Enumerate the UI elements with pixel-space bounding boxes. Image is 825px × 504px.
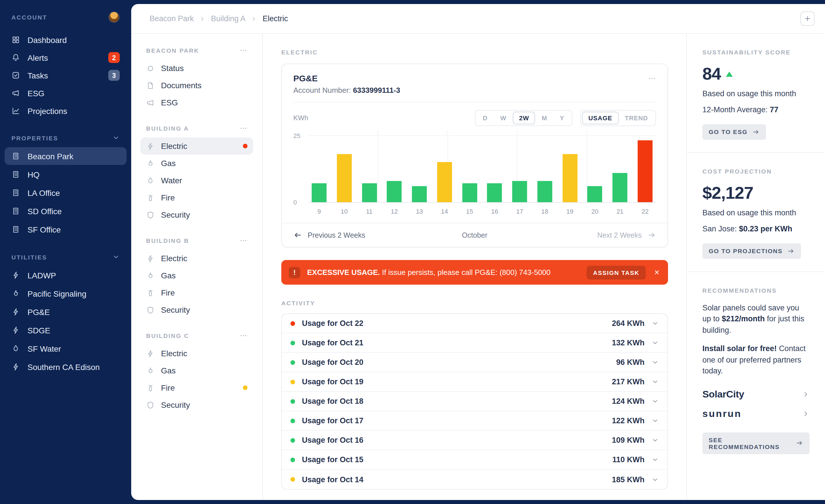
chevron-down-icon[interactable]: [652, 417, 659, 424]
utility-sf-water[interactable]: SF Water: [5, 340, 127, 357]
bar-oct-18[interactable]: [537, 135, 552, 202]
activity-row-usage-for-oct-16[interactable]: Usage for Oct 16109 KWh: [282, 431, 667, 450]
bar-oct-21[interactable]: [612, 135, 627, 202]
bar-oct-22[interactable]: [638, 135, 653, 202]
shield-icon: [146, 401, 155, 409]
utility-pacific-signaling[interactable]: Pacific Signaling: [5, 285, 127, 303]
activity-row-usage-for-oct-14[interactable]: Usage for Oct 14185 KWh: [282, 470, 667, 489]
chevron-down-icon[interactable]: [652, 476, 659, 483]
activity-row-usage-for-oct-21[interactable]: Usage for Oct 21132 KWh: [282, 333, 667, 353]
tree-item-building-a-fire[interactable]: Fire: [140, 189, 253, 206]
previous-period-button[interactable]: Previous 2 Weeks: [293, 231, 462, 239]
tree-item-building-b-electric[interactable]: Electric: [140, 250, 253, 267]
nav-item-projections[interactable]: Projections: [0, 102, 131, 120]
close-icon[interactable]: [653, 269, 661, 276]
breadcrumb-item-beacon-park[interactable]: Beacon Park: [150, 14, 194, 23]
range-m[interactable]: M: [535, 112, 553, 124]
chevron-down-icon[interactable]: [652, 339, 659, 346]
tree-item-beacon-park-documents[interactable]: Documents: [140, 77, 253, 94]
property-sd-office[interactable]: SD Office: [5, 202, 127, 220]
go-to-projections-button[interactable]: GO TO PROJECTIONS: [702, 243, 801, 259]
activity-row-usage-for-oct-20[interactable]: Usage for Oct 2096 KWh: [282, 353, 667, 372]
activity-row-usage-for-oct-22[interactable]: Usage for Oct 22264 KWh: [282, 314, 667, 333]
tree-item-building-b-fire[interactable]: Fire: [140, 284, 253, 301]
utilities-section-header[interactable]: UTILITIES: [0, 253, 131, 261]
section-menu-icon[interactable]: [239, 332, 247, 340]
chevron-down-icon[interactable]: [652, 358, 659, 366]
chevron-down-icon[interactable]: [652, 398, 659, 405]
assign-task-button[interactable]: ASSIGN TASK: [587, 265, 646, 279]
bar-oct-17[interactable]: [512, 135, 527, 202]
nav-item-alerts[interactable]: Alerts2: [0, 49, 131, 67]
mode-trend[interactable]: TREND: [618, 112, 654, 124]
tree-item-building-c-electric[interactable]: Electric: [140, 345, 253, 362]
tree-item-building-a-water[interactable]: Water: [140, 172, 253, 189]
property-la-office[interactable]: LA Office: [5, 184, 127, 201]
bar-oct-9[interactable]: [312, 135, 326, 202]
activity-row-usage-for-oct-17[interactable]: Usage for Oct 17122 KWh: [282, 411, 667, 431]
tree-item-building-a-gas[interactable]: Gas: [140, 155, 253, 172]
range-d[interactable]: D: [476, 112, 494, 124]
bar-oct-11[interactable]: [362, 135, 377, 202]
chevron-down-icon[interactable]: [652, 456, 659, 463]
tree-item-building-a-security[interactable]: Security: [140, 206, 253, 223]
nav-item-dashboard[interactable]: Dashboard: [0, 31, 131, 49]
partner-sunrun[interactable]: sunrun: [702, 404, 810, 424]
properties-section-header[interactable]: PROPERTIES: [0, 134, 131, 142]
utility-pg-e[interactable]: PG&E: [5, 303, 127, 321]
tree-item-building-b-gas[interactable]: Gas: [140, 267, 253, 284]
chevron-down-icon[interactable]: [652, 436, 659, 444]
chevron-down-icon[interactable]: [652, 378, 659, 386]
section-menu-icon[interactable]: [239, 47, 247, 55]
tree-item-building-b-security[interactable]: Security: [140, 301, 253, 319]
breadcrumb-item-building-a[interactable]: Building A: [211, 14, 245, 23]
chevron-down-icon[interactable]: [652, 320, 659, 327]
bar-oct-14[interactable]: [437, 135, 452, 202]
section-menu-icon[interactable]: [239, 237, 247, 245]
bar-oct-12[interactable]: [387, 135, 402, 202]
bar-oct-13[interactable]: [412, 135, 427, 202]
mode-usage[interactable]: USAGE: [582, 112, 618, 124]
utility-ladwp[interactable]: LADWP: [5, 266, 127, 284]
bar-oct-19[interactable]: [562, 135, 577, 202]
utility-sdge[interactable]: SDGE: [5, 321, 127, 339]
nav-item-tasks[interactable]: Tasks3: [0, 67, 131, 84]
tree-item-beacon-park-status[interactable]: Status: [140, 60, 253, 77]
property-sf-office[interactable]: SF Office: [5, 221, 127, 238]
add-button[interactable]: [800, 11, 815, 26]
tree-item-building-c-fire[interactable]: Fire: [140, 379, 253, 396]
next-period-button[interactable]: Next 2 Weeks: [487, 231, 656, 239]
tree-section-building-b: BUILDING BElectricGasFireSecurity: [146, 237, 247, 319]
range-2w[interactable]: 2W: [513, 112, 535, 124]
x-tick: 10: [337, 208, 352, 215]
tree-item-building-a-electric[interactable]: Electric: [140, 138, 253, 155]
bar-oct-15[interactable]: [462, 135, 477, 202]
activity-row-usage-for-oct-18[interactable]: Usage for Oct 18124 KWh: [282, 392, 667, 411]
range-y[interactable]: Y: [553, 112, 571, 124]
rate-prefix: San Jose:: [702, 224, 737, 233]
tree-item-label: Electric: [161, 142, 188, 151]
see-recommendations-button[interactable]: SEE RECOMMENDATIONS: [702, 432, 810, 454]
bar: [562, 154, 577, 202]
bar-oct-16[interactable]: [487, 135, 502, 202]
range-w[interactable]: W: [494, 112, 513, 124]
avatar[interactable]: [108, 11, 120, 23]
nav-item-esg[interactable]: ESG: [0, 84, 131, 102]
activity-row-usage-for-oct-19[interactable]: Usage for Oct 19217 KWh: [282, 372, 667, 392]
card-menu-icon[interactable]: [648, 74, 656, 82]
go-to-esg-button[interactable]: GO TO ESG: [702, 124, 766, 140]
section-menu-icon[interactable]: [239, 124, 247, 132]
bar-oct-20[interactable]: [588, 135, 602, 202]
tree-item-beacon-park-esg[interactable]: ESG: [140, 94, 253, 111]
activity-row-usage-for-oct-15[interactable]: Usage for Oct 15110 KWh: [282, 450, 667, 470]
x-axis-labels: 910111213141516171819202122: [308, 203, 656, 222]
bell-icon: [11, 53, 20, 62]
property-beacon-park[interactable]: Beacon Park: [5, 147, 127, 165]
bar-oct-10[interactable]: [337, 135, 352, 202]
tree-item-building-c-security[interactable]: Security: [140, 396, 253, 414]
partner-solarcity[interactable]: SolarCity: [702, 385, 810, 404]
property-hq[interactable]: HQ: [5, 166, 127, 183]
breadcrumb-item-electric[interactable]: Electric: [263, 14, 288, 23]
tree-item-building-c-gas[interactable]: Gas: [140, 362, 253, 379]
utility-southern-ca-edison[interactable]: Southern CA Edison: [5, 358, 127, 376]
